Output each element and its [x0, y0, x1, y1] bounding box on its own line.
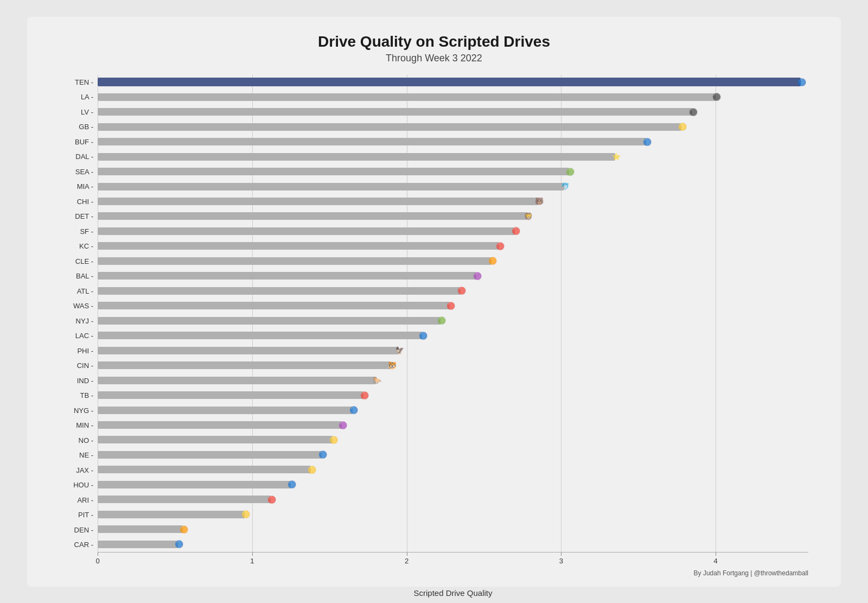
y-label-mia: MIA -	[60, 180, 93, 194]
y-label-pit: PIT -	[60, 508, 93, 522]
team-icon-no: 🟡	[329, 436, 338, 444]
attribution: By Judah Fortgang | @throwthedamball	[694, 569, 808, 577]
y-label-dal: DAL -	[60, 150, 93, 164]
y-label-gb: GB -	[60, 120, 93, 134]
bar-row-atl: 🔴	[98, 285, 808, 297]
y-label-atl: ATL -	[60, 284, 93, 298]
team-icon-den: 🟠	[180, 525, 188, 534]
y-label-ne: NE -	[60, 448, 93, 462]
x-tick-line-2	[407, 553, 407, 556]
team-icon-was: 🔴	[446, 302, 455, 310]
bar-row-det: 🦁	[98, 210, 808, 222]
team-icon-bal: 🟣	[473, 272, 482, 280]
bar-row-lac: 🔵	[98, 329, 808, 341]
team-icon-lac: 🔵	[419, 332, 427, 340]
team-icon-pit: 🟡	[241, 510, 250, 518]
x-tick-line-1	[252, 553, 253, 556]
bar-jax: 🟡	[98, 466, 311, 473]
bar-ind: 🐎	[98, 377, 376, 384]
bar-ten: 🔵	[98, 78, 801, 86]
bar-ne: 🔵	[98, 451, 322, 459]
bar-row-ind: 🐎	[98, 375, 808, 386]
y-label-no: NO -	[60, 433, 93, 447]
team-icon-atl: 🔴	[457, 287, 466, 295]
bar-row-kc: 🔴	[98, 240, 808, 252]
team-icon-chi: 🐻	[535, 197, 544, 205]
team-icon-phi: 🦅	[395, 346, 404, 354]
bar-bal: 🟣	[98, 272, 476, 280]
bar-lac: 🔵	[98, 332, 422, 339]
team-icon-nyg: 🔵	[349, 406, 358, 414]
y-label-lac: LAC -	[60, 329, 93, 343]
team-icon-ne: 🔵	[318, 450, 327, 459]
y-label-nyg: NYG -	[60, 403, 93, 417]
team-icon-car: 🔵	[175, 540, 183, 548]
y-label-phi: PHI -	[60, 344, 93, 358]
bar-no: 🟡	[98, 436, 333, 443]
y-label-chi: CHI -	[60, 194, 93, 208]
bar-hou: 🔵	[98, 481, 291, 488]
bar-row-jax: 🟡	[98, 464, 808, 475]
x-tick-label-3: 3	[559, 557, 563, 565]
bar-dal: ⭐	[98, 153, 615, 161]
team-icon-la: ⚫	[712, 93, 721, 101]
bar-row-la: ⚫	[98, 91, 808, 103]
bar-row-nyj: 🟢	[98, 315, 808, 327]
bar-min: 🟣	[98, 421, 342, 429]
x-tick-label-1: 1	[250, 557, 254, 565]
bar-car: 🔵	[98, 541, 178, 548]
x-tick-label-4: 4	[714, 557, 718, 565]
team-icon-cle: 🟠	[488, 257, 497, 265]
team-icon-nyj: 🟢	[437, 316, 446, 325]
y-label-hou: HOU -	[60, 478, 93, 492]
y-label-ari: ARI -	[60, 493, 93, 507]
bar-kc: 🔴	[98, 242, 499, 250]
team-icon-ten: 🔵	[797, 78, 806, 86]
bar-was: 🔴	[98, 302, 450, 309]
bar-det: 🦁	[98, 212, 527, 220]
team-icon-det: 🦁	[524, 212, 533, 220]
chart-area: TEN -LA -LV -GB -BUF -DAL -SEA -MIA -CHI…	[60, 75, 808, 553]
team-icon-ari: 🔴	[267, 496, 276, 504]
bar-row-ne: 🔵	[98, 449, 808, 461]
y-label-bal: BAL -	[60, 269, 93, 283]
bar-lv: ⚫	[98, 108, 692, 116]
bar-pit: 🟡	[98, 511, 245, 518]
team-icon-tb: 🔴	[360, 391, 369, 399]
bar-buf: 🔵	[98, 138, 646, 145]
bar-row-sea: 🟢	[98, 166, 808, 177]
bar-la: ⚫	[98, 93, 716, 101]
y-labels: TEN -LA -LV -GB -BUF -DAL -SEA -MIA -CHI…	[60, 75, 98, 553]
bar-phi: 🦅	[98, 347, 399, 354]
y-label-det: DET -	[60, 210, 93, 224]
bar-nyg: 🔵	[98, 407, 353, 414]
bar-chi: 🐻	[98, 198, 538, 205]
bar-tb: 🔴	[98, 391, 363, 399]
team-icon-mia: 🐬	[561, 182, 570, 191]
y-label-sea: SEA -	[60, 164, 93, 179]
bar-row-tb: 🔴	[98, 389, 808, 401]
y-label-cin: CIN -	[60, 359, 93, 373]
bar-gb: 🟡	[98, 123, 681, 131]
y-label-tb: TB -	[60, 389, 93, 403]
bar-row-gb: 🟡	[98, 121, 808, 133]
y-label-nyj: NYJ -	[60, 314, 93, 328]
bar-row-was: 🔴	[98, 300, 808, 312]
x-tick-line-0	[98, 553, 98, 556]
bar-row-dal: ⭐	[98, 151, 808, 163]
y-label-kc: KC -	[60, 239, 93, 253]
bar-row-nyg: 🔵	[98, 404, 808, 416]
bar-ari: 🔴	[98, 496, 271, 503]
chart-subtitle: Through Week 3 2022	[60, 53, 808, 64]
team-icon-kc: 🔴	[496, 242, 505, 250]
bar-row-car: 🔵	[98, 538, 808, 550]
y-label-cle: CLE -	[60, 254, 93, 268]
bar-row-lv: ⚫	[98, 106, 808, 118]
bar-row-ari: 🔴	[98, 493, 808, 505]
bar-row-ten: 🔵	[98, 76, 808, 88]
bar-row-bal: 🟣	[98, 270, 808, 282]
team-icon-cin: 🐯	[388, 361, 397, 370]
team-icon-dal: ⭐	[612, 153, 621, 161]
bar-row-buf: 🔵	[98, 136, 808, 148]
y-label-sf: SF -	[60, 224, 93, 238]
